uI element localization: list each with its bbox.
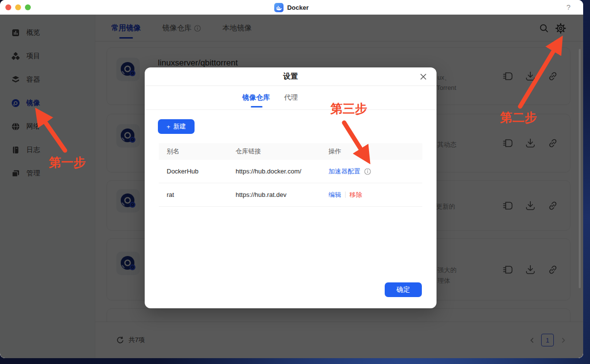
repo-url: https://hub.rat.dev [236,191,328,198]
titlebar-center: Docker [0,0,583,15]
row-actions: 加速器配置 [328,167,422,176]
repo-url: https://hub.docker.com/ [236,168,328,175]
help-button[interactable]: ? [567,3,570,11]
table-row: DockerHub https://hub.docker.com/ 加速器配置 [159,160,422,183]
repo-table: 别名 仓库链接 操作 DockerHub https://hub.docker.… [159,143,422,207]
scrollbar[interactable] [579,49,581,288]
modal-header: 设置 [145,67,437,86]
docker-whale-icon [274,3,284,12]
col-actions: 操作 [328,147,422,156]
confirm-button[interactable]: 确定 [385,282,422,297]
remove-link[interactable]: 移除 [350,191,362,199]
modal-tab-proxy[interactable]: 代理 [284,93,298,102]
app-title: Docker [287,4,308,11]
new-repo-label: 新建 [173,122,186,131]
row-actions: 编辑 移除 [328,191,422,199]
modal-tab-image-repos[interactable]: 镜像仓库 [242,93,270,102]
repo-alias: rat [167,191,236,198]
accelerator-config-link[interactable]: 加速器配置 [328,167,360,176]
info-icon[interactable] [364,168,371,175]
titlebar: Docker ? [0,0,583,15]
close-icon[interactable] [419,72,428,81]
settings-modal: 设置 镜像仓库 代理 + 新建 别名 仓库链接 操作 DockerHub htt… [145,67,437,308]
modal-divider [145,109,437,110]
col-url: 仓库链接 [236,147,328,156]
repo-alias: DockerHub [167,168,236,175]
col-alias: 别名 [167,147,236,156]
table-header-row: 别名 仓库链接 操作 [159,143,422,160]
desktop: Docker ? 概览 项目 [0,0,590,364]
new-repo-button[interactable]: + 新建 [158,119,195,134]
action-separator [345,192,346,198]
modal-title: 设置 [284,72,298,81]
active-tab-underline [251,106,262,107]
plus-icon: + [167,123,171,130]
edit-link[interactable]: 编辑 [328,191,341,199]
table-row: rat https://hub.rat.dev 编辑 移除 [159,183,422,207]
